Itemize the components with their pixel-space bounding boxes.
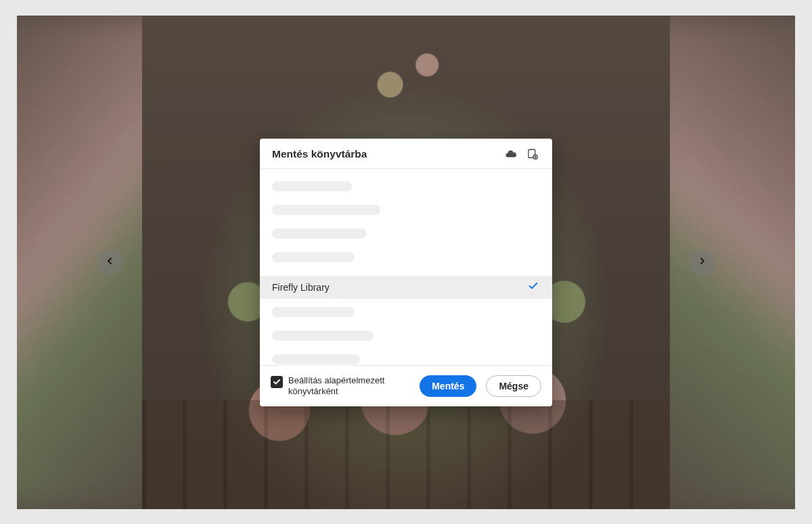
- dialog-title: Mentés könyvtárba: [272, 148, 497, 160]
- library-item-selected[interactable]: Firefly Library: [260, 276, 552, 299]
- add-library-icon[interactable]: [525, 148, 540, 160]
- save-to-library-dialog: Mentés könyvtárba Firefly Library: [260, 139, 552, 407]
- chevron-left-icon: [104, 256, 115, 269]
- cloud-icon[interactable]: [503, 148, 518, 160]
- library-list[interactable]: Firefly Library: [260, 169, 552, 365]
- library-item-label: Firefly Library: [272, 282, 528, 293]
- dialog-footer: Beállítás alapértelmezett könyvtárként M…: [260, 365, 552, 407]
- loading-skeleton: [272, 354, 360, 364]
- default-library-checkbox[interactable]: Beállítás alapértelmezett könyvtárként: [271, 375, 410, 398]
- chevron-right-icon: [697, 256, 708, 269]
- save-button[interactable]: Mentés: [420, 375, 476, 397]
- next-image-button[interactable]: [690, 249, 715, 275]
- loading-skeleton: [272, 307, 355, 317]
- loading-skeleton: [272, 229, 367, 239]
- checkbox-icon: [271, 376, 283, 388]
- previous-image-button[interactable]: [97, 249, 122, 275]
- default-library-checkbox-label: Beállítás alapértelmezett könyvtárként: [288, 375, 403, 398]
- dialog-header: Mentés könyvtárba: [260, 139, 552, 169]
- loading-skeleton: [272, 252, 355, 262]
- loading-skeleton: [272, 205, 380, 215]
- image-viewer: Mentés könyvtárba Firefly Library: [17, 16, 795, 509]
- checkmark-icon: [528, 281, 539, 294]
- loading-skeleton: [272, 331, 374, 341]
- loading-skeleton: [272, 181, 352, 191]
- cancel-button[interactable]: Mégse: [486, 375, 541, 397]
